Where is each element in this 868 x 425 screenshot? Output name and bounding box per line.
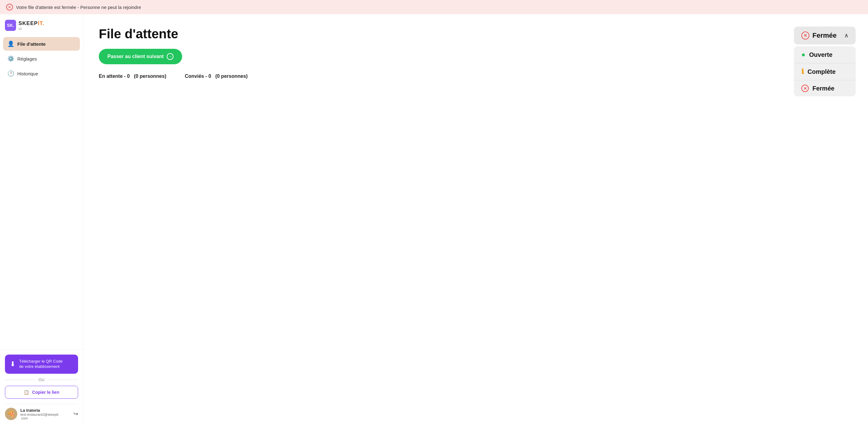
sidebar-item-settings[interactable]: ⚙️ Réglages — [3, 52, 80, 65]
current-status-x-icon: ✕ — [801, 31, 809, 39]
settings-icon: ⚙️ — [7, 55, 14, 62]
status-option-ouverte-label: Ouverte — [809, 51, 833, 58]
copy-link-button[interactable]: 📋 Copier le lien — [5, 386, 78, 399]
logout-icon: ↪ — [73, 411, 78, 417]
waiting-stat: En attente - 0 (0 personnes) — [99, 73, 166, 79]
clipboard-icon: 📋 — [24, 390, 29, 395]
invited-stat: Conviés - 0 (0 personnes) — [185, 73, 248, 79]
red-x-icon: ✕ — [801, 85, 809, 92]
sidebar-item-settings-label: Réglages — [17, 56, 37, 61]
sidebar-bottom: ⬇ Télécharger le QR Codede votre établis… — [0, 349, 83, 425]
history-icon: 🕐 — [7, 70, 14, 77]
yellow-dot-icon: ℹ — [801, 68, 804, 76]
next-client-button[interactable]: Passer au client suivant → — [99, 49, 182, 64]
sidebar-item-queue[interactable]: 👤 File d'attente — [3, 37, 80, 51]
invited-sub: (0 personnes) — [215, 73, 248, 79]
user-avatar: 🍕 — [5, 408, 17, 420]
queue-icon: 👤 — [7, 40, 14, 47]
banner-message: Votre file d'attente est fermée - Person… — [16, 5, 141, 10]
current-status-label: Fermée — [812, 31, 837, 39]
status-option-complete-label: Complète — [807, 68, 836, 75]
waiting-sub: (0 personnes) — [134, 73, 166, 79]
or-divider: OU — [5, 377, 78, 382]
green-dot-icon: ● — [801, 51, 805, 59]
page-title: File d'attente — [99, 27, 852, 41]
logout-button[interactable]: ↪ — [73, 411, 78, 417]
sidebar-item-queue-label: File d'attente — [17, 41, 46, 47]
user-email: test-restaurant2@skeepit.com — [20, 413, 70, 420]
next-client-button-label: Passer au client suivant — [107, 54, 164, 59]
status-current-button[interactable]: ✕ Fermée ∧ — [794, 27, 856, 44]
banner-x-icon: ✕ — [6, 4, 13, 10]
logo-icon: SK. — [5, 20, 16, 31]
logo-version: v2 — [19, 27, 44, 31]
sidebar-item-history[interactable]: 🕐 Historique — [3, 67, 80, 80]
sidebar-nav: 👤 File d'attente ⚙️ Réglages 🕐 Historiqu… — [0, 35, 83, 349]
logo-text: SKEEPIT. — [19, 20, 44, 27]
status-option-fermee[interactable]: ✕ Fermée — [794, 80, 856, 96]
chevron-up-icon: ∧ — [844, 32, 848, 39]
status-option-ouverte[interactable]: ● Ouverte — [794, 46, 856, 63]
user-name: La tratoria — [20, 408, 70, 413]
queue-stats: En attente - 0 (0 personnes) Conviés - 0… — [99, 73, 852, 79]
user-details: La tratoria test-restaurant2@skeepit.com — [20, 408, 70, 420]
status-option-complete[interactable]: ℹ Complète — [794, 63, 856, 80]
sidebar-item-history-label: Historique — [17, 71, 38, 76]
main-content: File d'attente Passer au client suivant … — [83, 14, 868, 425]
copy-link-label: Copier le lien — [32, 390, 59, 395]
invited-label: Conviés - 0 — [185, 73, 211, 79]
status-option-fermee-label: Fermée — [812, 85, 834, 92]
user-info: 🍕 La tratoria test-restaurant2@skeepit.c… — [5, 404, 78, 420]
status-dropdown: ✕ Fermée ∧ ● Ouverte ℹ Complète ✕ Fermée — [794, 27, 856, 96]
sidebar: SK. SKEEPIT. v2 👤 File d'attente ⚙️ Régl… — [0, 14, 83, 425]
arrow-right-icon: → — [167, 53, 174, 60]
download-icon: ⬇ — [10, 360, 16, 369]
logo-area: SK. SKEEPIT. v2 — [0, 14, 83, 35]
status-options-list: ● Ouverte ℹ Complète ✕ Fermée — [794, 46, 856, 96]
download-qr-button[interactable]: ⬇ Télécharger le QR Codede votre établis… — [5, 355, 78, 374]
waiting-label: En attente - 0 — [99, 73, 130, 79]
qr-button-label: Télécharger le QR Codede votre établisse… — [19, 359, 63, 369]
closed-queue-banner: ✕ Votre file d'attente est fermée - Pers… — [0, 0, 868, 14]
